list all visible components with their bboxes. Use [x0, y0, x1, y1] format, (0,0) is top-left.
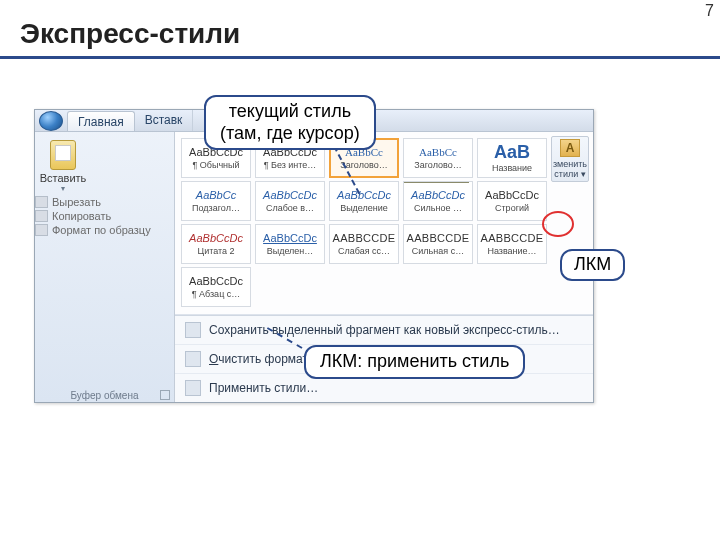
style-sample: AaBbCcDc [189, 233, 243, 244]
callout-lmb: ЛКМ [560, 249, 625, 281]
callout-line1: текущий стиль (там, где курсор) [220, 101, 360, 144]
style-name: Подзагол… [192, 203, 240, 213]
style-cell[interactable]: AaBbCcDcСлабое в… [255, 181, 325, 221]
copy-icon [35, 210, 48, 222]
format-painter-button[interactable]: Формат по образцу [35, 223, 151, 237]
copy-label: Копировать [52, 210, 111, 222]
menu-save-as-quick-style[interactable]: Сохранить выделенный фрагмент как новый … [175, 316, 593, 344]
style-sample: AaBbCcDc [411, 190, 465, 201]
office-button-icon[interactable] [39, 111, 63, 131]
style-name: Заголово… [414, 160, 461, 170]
apply-styles-icon [185, 380, 201, 396]
menu-save-label: Сохранить выделенный фрагмент как новый … [209, 323, 560, 337]
callout-apply-style: ЛКМ: применить стиль [304, 345, 525, 379]
change-styles-l2: стили ▾ [554, 169, 585, 179]
clipboard-dialog-launcher[interactable] [160, 390, 170, 400]
brush-icon [35, 224, 48, 236]
style-sample: AaBbCcDc [485, 190, 539, 201]
style-name: Название [492, 163, 532, 173]
style-sample: AABBCCDE [333, 233, 396, 244]
style-cell[interactable]: AaBbCcDcЦитата 2 [181, 224, 251, 264]
cut-label: Вырезать [52, 196, 101, 208]
title-rule [0, 56, 720, 59]
style-name: Заголово… [340, 160, 387, 170]
menu-apply-label: Применить стили… [209, 381, 318, 395]
paste-label: Вставить [35, 172, 91, 184]
change-styles-l1: зменить [553, 159, 587, 169]
paste-icon [50, 140, 76, 170]
style-cell[interactable]: AABBCCDEСлабая сс… [329, 224, 399, 264]
clipboard-group-caption: Буфер обмена [35, 390, 174, 401]
style-cell[interactable]: АаВНазвание [477, 138, 547, 178]
copy-button[interactable]: Копировать [35, 209, 151, 223]
format-painter-label: Формат по образцу [52, 224, 151, 236]
style-sample: AaBbCcDc [263, 190, 317, 201]
style-sample: AABBCCDE [407, 233, 470, 244]
style-name: Строгий [495, 203, 529, 213]
style-name: Сильное … [414, 203, 462, 213]
style-cell[interactable]: AaBbCcDcСтрогий [477, 181, 547, 221]
save-style-icon [185, 322, 201, 338]
style-name: ¶ Абзац с… [192, 289, 241, 299]
style-name: Название… [487, 246, 536, 256]
style-cell[interactable]: AaBbCcDcВыделен… [255, 224, 325, 264]
tab-home[interactable]: Главная [67, 111, 135, 131]
page-number: 7 [705, 2, 714, 20]
style-sample: AABBCCDE [481, 233, 544, 244]
change-styles-button[interactable]: зменить стили ▾ [551, 136, 589, 182]
tab-insert[interactable]: Вставк [135, 110, 194, 131]
style-cell[interactable]: AABBCCDEНазвание… [477, 224, 547, 264]
style-name: Выделен… [267, 246, 314, 256]
style-name: ¶ Без инте… [264, 160, 317, 170]
change-styles-icon [560, 139, 580, 157]
scissors-icon [35, 196, 48, 208]
style-cell[interactable]: AaBbCcЗаголово… [403, 138, 473, 178]
style-cell[interactable]: AaBbCcDcСильное …Заголовок 1 [403, 181, 473, 221]
style-sample: АаВ [494, 143, 530, 161]
style-cell[interactable]: AaBbCcПодзагол… [181, 181, 251, 221]
style-tooltip: Заголовок 1 [403, 181, 468, 183]
clipboard-group: Вставить ▾ Вырезать Копировать Формат по… [35, 132, 175, 402]
style-name: Слабое в… [266, 203, 314, 213]
style-sample: AaBbCcDc [189, 276, 243, 287]
style-name: Слабая сс… [338, 246, 390, 256]
eraser-icon [185, 351, 201, 367]
style-sample: AaBbCc [196, 190, 236, 201]
style-cell[interactable]: AABBCCDEСильная с… [403, 224, 473, 264]
paste-button[interactable]: Вставить ▾ [35, 136, 91, 193]
style-sample: AaBbCcDc [337, 190, 391, 201]
style-name: Сильная с… [412, 246, 464, 256]
annotation-red-circle [542, 211, 574, 237]
style-sample: AaBbCc [419, 147, 457, 158]
style-name: Цитата 2 [197, 246, 234, 256]
style-cell[interactable]: AaBbCcDc¶ Абзац с… [181, 267, 251, 307]
page-title: Экспресс-стили [0, 0, 720, 56]
callout-current-style: текущий стиль (там, где курсор) [204, 95, 376, 150]
menu-clear-label: Очистить формат [209, 352, 308, 366]
style-name: Выделение [340, 203, 388, 213]
style-cell[interactable]: AaBbCcDcВыделение [329, 181, 399, 221]
style-name: ¶ Обычный [192, 160, 239, 170]
cut-button[interactable]: Вырезать [35, 195, 151, 209]
style-sample: AaBbCcDc [263, 233, 317, 244]
